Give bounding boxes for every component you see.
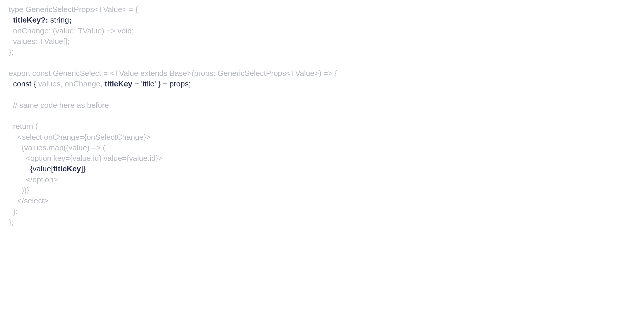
code-line: {values.map((value) => ( [9, 143, 105, 152]
code-line: return ( [9, 122, 38, 131]
code-line: ); [9, 207, 18, 216]
code-line: // same code here as before [9, 101, 109, 110]
code-line: }; [9, 218, 13, 226]
code-token-highlight: titleKey [105, 79, 132, 88]
code-line: values: TValue[]; [9, 37, 70, 46]
code-token: string [48, 16, 69, 24]
code-line: </option> [9, 175, 58, 184]
code-line: }; [9, 47, 13, 56]
code-token: const { [9, 79, 36, 88]
code-token: ]} [81, 164, 85, 173]
code-block: type GenericSelectProps<TValue> = { titl… [0, 0, 644, 236]
code-token-highlight: titleKey?: [13, 16, 48, 24]
code-line: onChange: (value: TValue) => void; [9, 26, 134, 35]
code-line: ))} [9, 186, 29, 194]
code-line: <option key={value.id} value={value.id}> [9, 154, 163, 163]
code-token: ; [69, 16, 72, 24]
code-line: export const GenericSelect = <TValue ext… [9, 69, 337, 78]
code-line: <select onChange={onSelectChange}> [9, 133, 151, 141]
code-token: {value[ [9, 164, 53, 173]
code-token: values, onChange, [36, 79, 105, 88]
code-token: = 'title' } = props; [132, 79, 191, 88]
code-line: </select> [9, 196, 49, 205]
code-line: type GenericSelectProps<TValue> = { [9, 5, 138, 14]
code-line [9, 16, 13, 24]
code-token-highlight: titleKey [53, 164, 81, 173]
